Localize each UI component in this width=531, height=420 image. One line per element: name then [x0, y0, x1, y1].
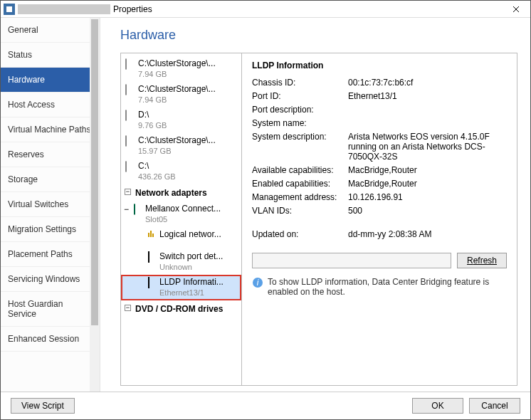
kv-value: dd-mm-yy 2:08:38 AM	[348, 229, 507, 239]
kv-value: MacBridge,Router	[348, 179, 507, 189]
lldp-info-item[interactable]: LLDP Informati...Ethernet13/1	[121, 275, 241, 300]
refresh-status-field	[252, 253, 451, 268]
disk-icon	[125, 161, 127, 172]
kv-key: Port ID:	[252, 91, 348, 101]
sidebar-item-reserves[interactable]: Reserves	[1, 142, 100, 167]
kv-value: Ethernet13/1	[348, 91, 507, 101]
switch-port-item[interactable]: Switch port det...Unknown	[121, 249, 241, 275]
disk-icon	[125, 84, 127, 95]
sidebar-item-status[interactable]: Status	[1, 43, 100, 68]
info-icon: i	[252, 277, 263, 288]
disk-icon	[125, 110, 127, 121]
sidebar-item-servicing[interactable]: Servicing Windows	[1, 267, 100, 292]
details-title: LLDP Information	[252, 61, 507, 70]
kv-key: Port description:	[252, 105, 348, 115]
app-icon	[4, 4, 15, 15]
kv-key: Chassis ID:	[252, 78, 348, 88]
sidebar-label: Migration Settings	[8, 224, 76, 234]
sidebar-label: Virtual Machine Paths	[8, 125, 91, 135]
kv-key: System description:	[252, 132, 348, 162]
kv-key: VLAN IDs:	[252, 206, 348, 216]
kv-value: MacBridge,Router	[348, 165, 507, 175]
disk-item[interactable]: D:\9.76 GB	[121, 107, 241, 133]
collapse-icon[interactable]: −	[125, 305, 131, 311]
sidebar-label: Hardware	[8, 75, 45, 85]
port-icon	[148, 251, 149, 263]
disk-icon	[125, 135, 127, 147]
disk-item[interactable]: C:\436.26 GB	[121, 159, 241, 184]
sidebar-item-virtual-switches[interactable]: Virtual Switches	[1, 192, 100, 217]
sidebar-label: Virtual Switches	[8, 199, 68, 209]
kv-key: Available capabilities:	[252, 165, 348, 175]
kv-key: Enabled capabilities:	[252, 179, 348, 189]
kv-key: Management address:	[252, 192, 348, 202]
view-script-button[interactable]: View Script	[11, 398, 75, 414]
kv-value: 00:1c:73:7c:b6:cf	[348, 78, 507, 88]
adapter-item[interactable]: −Mellanox Connect...Slot05	[121, 201, 241, 227]
hardware-tree: C:\ClusterStorage\...7.94 GB C:\ClusterS…	[121, 53, 242, 385]
sidebar-label: Enhanced Session	[8, 334, 79, 344]
sidebar-label: Host Access	[8, 100, 55, 110]
kv-key: Updated on:	[252, 229, 348, 239]
port-icon	[148, 277, 149, 288]
nic-icon	[134, 204, 135, 215]
svg-text:i: i	[257, 278, 259, 288]
sidebar-item-placement[interactable]: Placement Paths	[1, 242, 100, 267]
sidebar: General Status Hardware Host Access Virt…	[1, 18, 100, 392]
disk-item[interactable]: C:\ClusterStorage\...7.94 GB	[121, 82, 241, 107]
sidebar-label: Reserves	[8, 149, 44, 159]
titlebar: Properties	[1, 1, 530, 18]
kv-value	[348, 105, 507, 115]
sidebar-item-host-access[interactable]: Host Access	[1, 93, 100, 117]
details-panel: LLDP Information Chassis ID:00:1c:73:7c:…	[242, 53, 517, 385]
kv-value	[348, 118, 507, 128]
refresh-button[interactable]: Refresh	[457, 253, 507, 268]
logical-network-icon	[148, 230, 157, 237]
sidebar-item-hardware[interactable]: Hardware	[1, 68, 100, 93]
sidebar-item-enhanced-session[interactable]: Enhanced Session	[1, 327, 100, 352]
collapse-icon[interactable]: −	[125, 189, 131, 195]
collapse-icon[interactable]: −	[124, 204, 129, 215]
sidebar-item-migration[interactable]: Migration Settings	[1, 217, 100, 242]
sidebar-label: Status	[8, 50, 32, 60]
sidebar-item-storage[interactable]: Storage	[1, 167, 100, 192]
disk-icon	[125, 58, 127, 70]
info-text: To show LLDP information, Data Center Br…	[268, 277, 507, 297]
window-title: Properties	[113, 4, 152, 14]
cancel-button[interactable]: Cancel	[469, 398, 520, 414]
svg-rect-0	[6, 6, 12, 12]
tree-header-dvd[interactable]: −DVD / CD-ROM drives	[121, 300, 241, 317]
sidebar-label: Storage	[8, 174, 38, 184]
sidebar-item-general[interactable]: General	[1, 18, 100, 43]
sidebar-item-hgs[interactable]: Host Guardian Service	[1, 292, 100, 327]
close-button[interactable]	[502, 1, 530, 18]
ok-button[interactable]: OK	[412, 398, 463, 414]
kv-value: 500	[348, 206, 507, 216]
sidebar-label: General	[8, 25, 38, 35]
sidebar-label: Placement Paths	[8, 249, 73, 259]
disk-item[interactable]: C:\ClusterStorage\...7.94 GB	[121, 56, 241, 82]
titlebar-redacted	[18, 4, 110, 14]
sidebar-label: Host Guardian Service	[8, 299, 63, 319]
tree-header-network[interactable]: −Network adapters	[121, 184, 241, 201]
kv-value: Arista Networks EOS version 4.15.0F runn…	[348, 132, 507, 162]
kv-key: System name:	[252, 118, 348, 128]
kv-value: 10.126.196.91	[348, 192, 507, 202]
info-note: i To show LLDP information, Data Center …	[252, 277, 507, 297]
sidebar-label: Servicing Windows	[8, 274, 80, 284]
logical-network-item[interactable]: Logical networ...	[121, 227, 241, 242]
dialog-footer: View Script OK Cancel	[1, 392, 530, 419]
sidebar-item-vm-paths[interactable]: Virtual Machine Paths	[1, 117, 100, 142]
page-heading: Hardware	[120, 28, 517, 43]
sidebar-scrollbar[interactable]	[90, 18, 100, 392]
disk-item[interactable]: C:\ClusterStorage\...15.97 GB	[121, 133, 241, 159]
